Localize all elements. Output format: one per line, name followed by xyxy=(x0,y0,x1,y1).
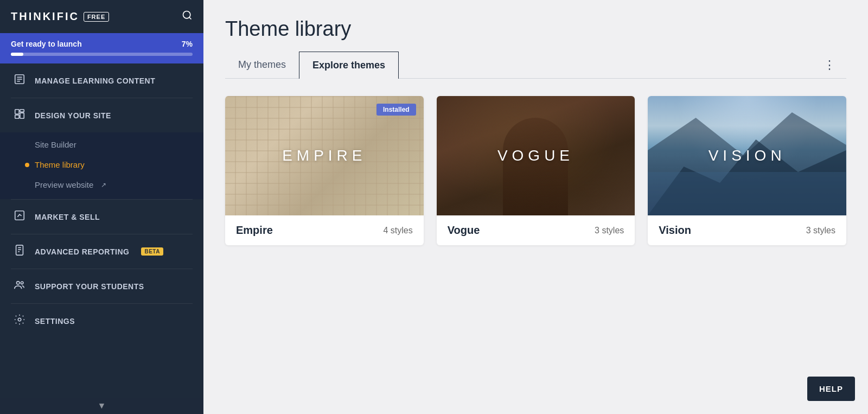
theme-card-vision[interactable]: VISION Vision 3 styles xyxy=(648,96,846,245)
beta-badge: BETA xyxy=(141,247,163,256)
progress-section: Get ready to launch 7% xyxy=(0,33,203,63)
sidebar-item-preview-website[interactable]: Preview website ↗ xyxy=(0,175,203,195)
tabs-row: My themes Explore themes ⋮ xyxy=(225,52,846,79)
free-badge: FREE xyxy=(84,12,109,22)
help-button[interactable]: HELP xyxy=(807,377,855,401)
tab-explore-themes[interactable]: Explore themes xyxy=(299,52,399,79)
search-icon xyxy=(182,10,193,21)
market-sell-icon xyxy=(13,209,26,224)
design-sub-items: Site Builder Theme library Preview websi… xyxy=(0,132,203,199)
svg-point-15 xyxy=(17,282,20,285)
svg-rect-10 xyxy=(15,211,24,220)
theme-footer-empire: Empire 4 styles xyxy=(225,215,424,245)
nav-section-manage-learning: MANAGE LEARNING CONTENT xyxy=(0,63,203,98)
sidebar-item-market-sell[interactable]: MARKET & SELL xyxy=(0,200,203,234)
page-title: Theme library xyxy=(225,17,846,41)
svg-rect-8 xyxy=(15,115,19,118)
svg-line-1 xyxy=(189,17,192,20)
svg-rect-9 xyxy=(20,113,24,118)
progress-label: Get ready to launch xyxy=(11,40,82,48)
sidebar-item-theme-library[interactable]: Theme library xyxy=(0,155,203,175)
theme-library-label: Theme library xyxy=(35,160,85,169)
nav-section-support-students: SUPPORT YOUR STUDENTS xyxy=(0,269,203,303)
preview-website-label: Preview website xyxy=(35,180,93,189)
sidebar-item-site-builder[interactable]: Site Builder xyxy=(0,135,203,155)
active-indicator xyxy=(25,163,29,167)
logo-text: THINKIFIC xyxy=(11,10,79,23)
progress-percent: 7% xyxy=(182,40,193,48)
vision-name: Vision xyxy=(659,224,691,237)
vogue-figure xyxy=(503,118,568,215)
vogue-name: Vogue xyxy=(448,224,480,237)
empire-name: Empire xyxy=(236,224,273,237)
theme-footer-vogue: Vogue 3 styles xyxy=(437,215,635,245)
nav-section-market-sell: MARKET & SELL xyxy=(0,200,203,234)
design-site-icon xyxy=(13,108,26,123)
sidebar-header: THINKIFIC FREE xyxy=(0,0,203,33)
svg-rect-20 xyxy=(648,172,846,215)
manage-learning-icon xyxy=(13,73,26,88)
vision-styles: 3 styles xyxy=(806,226,835,235)
svg-point-16 xyxy=(21,282,23,284)
theme-card-empire[interactable]: Installed EMPIRE Empire 4 styles xyxy=(225,96,424,245)
design-site-label: DESIGN YOUR SITE xyxy=(35,111,111,120)
tab-my-themes[interactable]: My themes xyxy=(225,52,299,78)
reporting-icon xyxy=(13,244,26,259)
site-builder-label: Site Builder xyxy=(35,140,76,149)
theme-image-vogue: VOGUE xyxy=(437,96,635,215)
support-students-icon xyxy=(13,279,26,294)
page-header: Theme library My themes Explore themes ⋮ xyxy=(203,0,868,79)
progress-track xyxy=(11,53,193,56)
vogue-styles: 3 styles xyxy=(595,226,624,235)
svg-rect-6 xyxy=(15,110,19,114)
progress-fill xyxy=(11,53,23,56)
svg-rect-7 xyxy=(20,110,24,112)
gear-icon xyxy=(14,314,25,326)
scroll-down-icon: ▼ xyxy=(98,401,106,411)
sidebar-item-design-site[interactable]: DESIGN YOUR SITE xyxy=(0,98,203,132)
sidebar-nav: MANAGE LEARNING CONTENT DESIGN YOUR SITE… xyxy=(0,63,203,414)
nav-section-design-site: DESIGN YOUR SITE Site Builder Theme libr… xyxy=(0,98,203,199)
theme-image-vision: VISION xyxy=(648,96,846,215)
nav-section-advanced-reporting: ADVANCED REPORTING BETA xyxy=(0,234,203,269)
clipboard-icon xyxy=(14,244,25,256)
layout-icon xyxy=(14,108,25,120)
empire-overlay-text: EMPIRE xyxy=(282,147,366,164)
search-button[interactable] xyxy=(182,10,193,23)
main-content: Theme library My themes Explore themes ⋮… xyxy=(203,0,868,414)
theme-image-empire: Installed EMPIRE xyxy=(225,96,424,215)
settings-label: SETTINGS xyxy=(35,317,75,326)
manage-learning-label: MANAGE LEARNING CONTENT xyxy=(35,77,155,85)
users-icon xyxy=(14,279,25,291)
theme-grid: Installed EMPIRE Empire 4 styles VOGUE V… xyxy=(203,79,868,263)
sidebar-item-support-students[interactable]: SUPPORT YOUR STUDENTS xyxy=(0,269,203,303)
tabs-more-button[interactable]: ⋮ xyxy=(824,58,835,72)
support-students-label: SUPPORT YOUR STUDENTS xyxy=(35,282,144,291)
advanced-reporting-label: ADVANCED REPORTING xyxy=(35,247,129,256)
theme-card-vogue[interactable]: VOGUE Vogue 3 styles xyxy=(437,96,635,245)
logo-area: THINKIFIC FREE xyxy=(11,10,109,23)
nav-section-settings: SETTINGS xyxy=(0,304,203,338)
edit-icon xyxy=(14,73,25,85)
sidebar-item-manage-learning[interactable]: MANAGE LEARNING CONTENT xyxy=(0,63,203,98)
chart-icon xyxy=(14,209,25,221)
settings-icon xyxy=(13,314,26,328)
svg-point-0 xyxy=(183,11,190,18)
sidebar-scroll-arrow: ▼ xyxy=(0,398,203,414)
external-link-icon: ↗ xyxy=(101,181,106,189)
svg-rect-11 xyxy=(16,245,23,255)
svg-point-17 xyxy=(18,318,21,321)
sidebar: THINKIFIC FREE Get ready to launch 7% xyxy=(0,0,203,414)
vogue-overlay-text: VOGUE xyxy=(497,147,574,164)
sidebar-item-settings[interactable]: SETTINGS xyxy=(0,304,203,338)
vision-overlay-text: VISION xyxy=(709,147,786,164)
market-sell-label: MARKET & SELL xyxy=(35,213,100,221)
sidebar-item-advanced-reporting[interactable]: ADVANCED REPORTING BETA xyxy=(0,234,203,269)
installed-badge-empire: Installed xyxy=(376,104,416,116)
empire-styles: 4 styles xyxy=(383,226,412,235)
theme-footer-vision: Vision 3 styles xyxy=(648,215,846,245)
